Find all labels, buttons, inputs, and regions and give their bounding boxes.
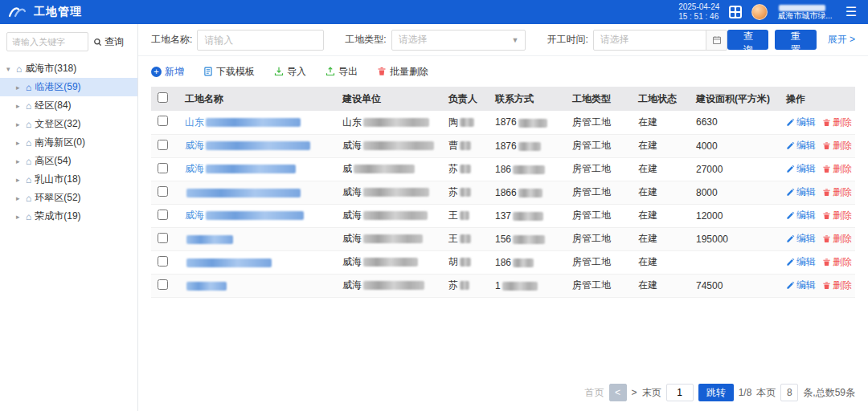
edit-action[interactable]: 编辑 bbox=[786, 255, 816, 269]
redacted-text bbox=[518, 119, 547, 128]
tree-item[interactable]: ▸⌂荣成市(19) bbox=[0, 207, 137, 226]
actions-cell: 编辑删除扬尘 bbox=[780, 204, 855, 227]
last-page-link[interactable]: 末页 bbox=[642, 386, 661, 400]
site-name-link[interactable] bbox=[178, 250, 336, 274]
edit-action[interactable]: 编辑 bbox=[786, 209, 816, 222]
user-org-label: 威海市城市绿... bbox=[777, 11, 832, 20]
caret-right-icon[interactable]: ▸ bbox=[16, 157, 23, 165]
site-name-link[interactable] bbox=[178, 227, 336, 250]
col-area: 建设面积(平方米) bbox=[690, 87, 780, 111]
batch-delete-button[interactable]: 批量删除 bbox=[377, 65, 428, 79]
redacted-text bbox=[363, 258, 418, 267]
tree-item-label: 环翠区(52) bbox=[35, 191, 80, 205]
phone-cell: 1866 bbox=[489, 181, 566, 204]
user-info: 威海市城市绿... bbox=[777, 5, 832, 20]
unit-cell: 威海 bbox=[336, 250, 442, 274]
start-time-picker[interactable]: 请选择 bbox=[593, 30, 727, 51]
add-button[interactable]: + 新增 bbox=[151, 65, 184, 79]
delete-trash-icon bbox=[822, 165, 831, 173]
caret-right-icon[interactable]: ▸ bbox=[16, 83, 23, 92]
row-select-checkbox[interactable] bbox=[158, 116, 168, 126]
tree-item[interactable]: ▸⌂环翠区(52) bbox=[0, 189, 137, 207]
site-type-select[interactable]: 请选择 ▼ bbox=[391, 30, 526, 51]
caret-down-icon[interactable]: ▾ bbox=[6, 65, 13, 73]
site-name-link[interactable]: 威海 bbox=[178, 204, 336, 227]
tree-item[interactable]: ▸⌂高区(54) bbox=[0, 152, 137, 170]
download-template-button[interactable]: 下载模板 bbox=[203, 65, 255, 79]
import-button[interactable]: 导入 bbox=[274, 65, 306, 79]
row-select-checkbox[interactable] bbox=[158, 186, 168, 197]
page-size-box[interactable]: 8 bbox=[780, 384, 798, 401]
row-select-checkbox[interactable] bbox=[158, 163, 168, 173]
row-select-checkbox[interactable] bbox=[158, 256, 168, 267]
first-page-link[interactable]: 首页 bbox=[585, 386, 604, 400]
edit-action[interactable]: 编辑 bbox=[786, 116, 816, 129]
row-select-checkbox[interactable] bbox=[158, 210, 168, 220]
hamburger-menu-icon[interactable]: ☰ bbox=[842, 6, 860, 18]
delete-action[interactable]: 删除 bbox=[822, 185, 852, 199]
caret-right-icon[interactable]: ▸ bbox=[16, 120, 23, 128]
site-name-link[interactable]: 威海 bbox=[178, 134, 336, 157]
delete-action[interactable]: 删除 bbox=[822, 279, 852, 292]
redacted-text bbox=[363, 141, 434, 150]
expand-link[interactable]: 展开 > bbox=[828, 33, 855, 47]
caret-right-icon[interactable]: ▸ bbox=[16, 213, 23, 221]
site-name-link[interactable] bbox=[178, 181, 336, 204]
edit-label: 编辑 bbox=[796, 185, 816, 199]
caret-right-icon[interactable]: ▸ bbox=[16, 194, 23, 202]
calendar-icon[interactable] bbox=[706, 31, 727, 50]
edit-action[interactable]: 编辑 bbox=[786, 139, 816, 153]
apps-grid-icon[interactable] bbox=[729, 6, 742, 18]
delete-action[interactable]: 删除 bbox=[822, 232, 852, 246]
edit-pencil-icon bbox=[786, 165, 795, 173]
page-jump-input[interactable] bbox=[666, 384, 694, 401]
caret-right-icon[interactable]: ▸ bbox=[16, 139, 23, 147]
next-page-button[interactable]: > bbox=[632, 387, 637, 398]
site-status-cell: 在建 bbox=[632, 250, 690, 274]
tree-item[interactable]: ▸⌂经区(84) bbox=[0, 96, 137, 115]
delete-trash-icon bbox=[822, 234, 831, 243]
area-cell bbox=[690, 250, 780, 274]
tree-item[interactable]: ▸⌂文登区(32) bbox=[0, 115, 137, 133]
edit-action[interactable]: 编辑 bbox=[786, 279, 816, 292]
export-button[interactable]: 导出 bbox=[326, 65, 358, 79]
delete-action[interactable]: 删除 bbox=[822, 209, 852, 222]
filter-reset-button[interactable]: 重置 bbox=[775, 30, 816, 50]
row-select-checkbox[interactable] bbox=[158, 233, 168, 243]
keyword-input[interactable] bbox=[6, 32, 88, 51]
caret-right-icon[interactable]: ▸ bbox=[16, 102, 23, 110]
delete-action[interactable]: 删除 bbox=[822, 116, 852, 129]
edit-action[interactable]: 编辑 bbox=[786, 162, 816, 176]
filter-search-button[interactable]: 查询 bbox=[727, 30, 768, 50]
site-name-link[interactable] bbox=[178, 274, 336, 297]
actions-cell: 编辑删除扬尘 bbox=[780, 227, 855, 250]
delete-action[interactable]: 删除 bbox=[822, 255, 852, 269]
sidebar-search-button[interactable]: 查询 bbox=[93, 35, 124, 49]
main-content: 工地名称: 工地类型: 请选择 ▼ 开工时间: 请选择 查询 重置 bbox=[138, 24, 868, 411]
edit-action[interactable]: 编辑 bbox=[786, 185, 816, 199]
row-select-checkbox[interactable] bbox=[158, 279, 168, 290]
jump-button[interactable]: 跳转 bbox=[698, 384, 734, 401]
download-template-label: 下载模板 bbox=[216, 65, 255, 79]
col-type: 工地类型 bbox=[566, 87, 632, 111]
tree-item[interactable]: ▸⌂乳山市(18) bbox=[0, 170, 137, 189]
row-select-checkbox[interactable] bbox=[158, 140, 168, 150]
tree-item[interactable]: ▸⌂临港区(59) bbox=[0, 78, 137, 96]
redacted-text bbox=[513, 235, 545, 244]
edit-action[interactable]: 编辑 bbox=[786, 232, 816, 246]
date-text: 2025-04-24 bbox=[678, 2, 719, 12]
prev-page-button[interactable]: < bbox=[609, 384, 627, 401]
tree-root-weihai[interactable]: ▾ ⌂ 威海市(318) bbox=[0, 59, 137, 78]
edit-label: 编辑 bbox=[796, 255, 816, 269]
delete-action[interactable]: 删除 bbox=[822, 162, 852, 176]
avatar[interactable] bbox=[751, 4, 768, 20]
site-name-link[interactable]: 威海 bbox=[178, 157, 336, 181]
table-header-row: 工地名称 建设单位 负责人 联系方式 工地类型 工地状态 建设面积(平方米) 操… bbox=[151, 87, 855, 111]
delete-action[interactable]: 删除 bbox=[822, 139, 852, 153]
tree-item[interactable]: ▸⌂南海新区(0) bbox=[0, 133, 137, 152]
select-all-checkbox[interactable] bbox=[158, 92, 168, 103]
caret-right-icon[interactable]: ▸ bbox=[16, 176, 23, 184]
site-type-cell: 房管工地 bbox=[566, 227, 632, 250]
site-name-link[interactable]: 山东 bbox=[178, 111, 336, 134]
site-name-input[interactable] bbox=[197, 30, 324, 51]
